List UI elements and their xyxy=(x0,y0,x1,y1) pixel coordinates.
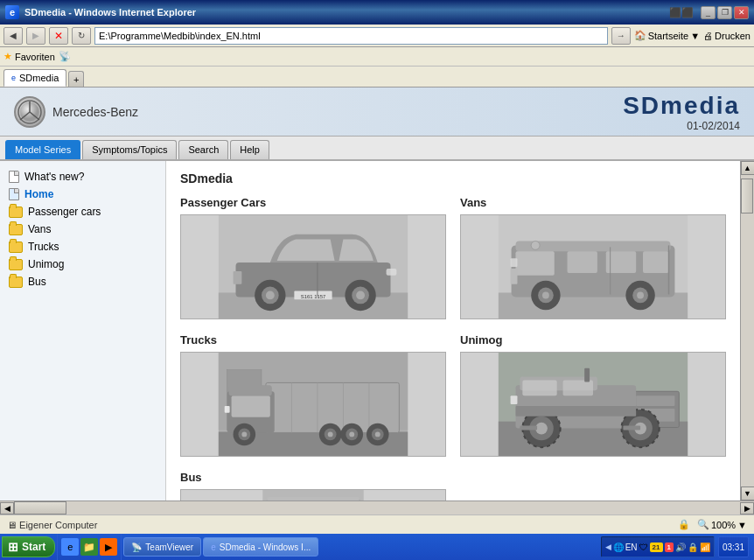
content-area: SDmedia Passenger Cars xyxy=(166,161,740,500)
taskbar-task-teamviewer[interactable]: 📡 TeamViewer xyxy=(123,537,201,556)
status-text: 🖥 Eigener Computer xyxy=(7,520,97,530)
refresh-button[interactable]: ↻ xyxy=(72,27,91,45)
svg-rect-82 xyxy=(516,406,637,416)
svg-rect-26 xyxy=(643,251,669,273)
ie-address-toolbar: ◀ ▶ ✕ ↻ → 🏠 Startseite ▼ 🖨 Drucken xyxy=(0,24,754,47)
minimize-button[interactable]: _ xyxy=(701,6,716,19)
address-input[interactable] xyxy=(94,27,608,45)
security-icon: 🔒 xyxy=(678,519,690,530)
rss-icon: 📡 xyxy=(59,51,71,62)
badge-1: 1 xyxy=(665,542,674,552)
scroll-right-button[interactable]: ▶ xyxy=(740,502,754,514)
vehicle-card-unimog[interactable]: Unimog xyxy=(460,333,726,457)
svg-point-29 xyxy=(542,292,549,299)
h-scroll-track xyxy=(14,501,740,514)
stop-button[interactable]: ✕ xyxy=(49,27,68,45)
close-button[interactable]: ✕ xyxy=(734,6,749,19)
scroll-down-button[interactable]: ▼ xyxy=(741,486,755,500)
window-title: e SDmedia - Windows Internet Explorer xyxy=(5,5,196,19)
svg-rect-14 xyxy=(387,269,397,276)
h-scroll-thumb[interactable] xyxy=(14,501,66,514)
svg-point-35 xyxy=(531,242,540,250)
quick-launch-ie[interactable]: e xyxy=(61,538,79,556)
vehicle-card-vans[interactable]: Vans xyxy=(460,196,726,319)
badge-21: 21 xyxy=(650,542,663,552)
sidebar-item-passenger-cars[interactable]: Passenger cars xyxy=(0,203,165,220)
forward-button[interactable]: ▶ xyxy=(26,27,45,45)
svg-rect-34 xyxy=(511,269,518,284)
taskbar: ⊞ Start e 📁 ▶ 📡 TeamViewer e SDmedia - W… xyxy=(0,534,754,560)
startseite-button[interactable]: 🏠 Startseite ▼ xyxy=(634,30,700,41)
system-tray: ◀ 🌐 EN 🛡 21 1 🔊 🔒 📶 03:31 xyxy=(601,536,752,557)
sidebar-item-trucks[interactable]: Trucks xyxy=(0,238,165,256)
horizontal-scrollbar: ◀ ▶ xyxy=(0,500,754,514)
clock: 03:31 xyxy=(718,536,749,557)
svg-point-52 xyxy=(241,431,247,437)
vehicle-image-bus[interactable] xyxy=(180,489,446,500)
taskbar-task-sdmedia[interactable]: e SDmedia - Windows I... xyxy=(203,537,318,556)
zoom-dropdown-icon: ▼ xyxy=(737,520,747,530)
sidebar-item-unimog[interactable]: Unimog xyxy=(0,256,165,273)
restore-button[interactable]: ❐ xyxy=(717,6,732,19)
svg-text:S161 1157: S161 1157 xyxy=(301,294,326,299)
brand-name: Mercedes-Benz xyxy=(52,105,138,119)
favorites-button[interactable]: ★ Favoriten xyxy=(3,51,55,62)
app-nav-tabs: Model Series Symptoms/Topics Search Help xyxy=(0,136,754,161)
vehicle-image-unimog[interactable] xyxy=(460,352,726,457)
quick-launch-media[interactable]: ▶ xyxy=(100,538,117,556)
vehicle-card-title-vans: Vans xyxy=(460,196,726,209)
zoom-level: 100% xyxy=(711,520,736,530)
tab-model-series[interactable]: Model Series xyxy=(5,140,80,159)
svg-point-10 xyxy=(266,291,275,300)
quick-launch-explorer[interactable]: 📁 xyxy=(80,538,98,556)
windows-logo: ⊞ xyxy=(8,540,18,554)
svg-rect-23 xyxy=(516,251,555,276)
tab-help[interactable]: Help xyxy=(230,140,269,159)
sidebar-item-vans[interactable]: Vans xyxy=(0,220,165,238)
svg-rect-87 xyxy=(268,497,360,500)
page-icon-home xyxy=(9,188,19,200)
app-subtitle: 01-02/2014 xyxy=(623,120,740,132)
show-hidden-tray-button[interactable]: ◀ xyxy=(605,542,611,551)
vehicle-image-passenger-cars[interactable]: S161 1157 xyxy=(180,214,446,319)
svg-rect-33 xyxy=(511,258,518,267)
vehicle-image-trucks[interactable] xyxy=(180,352,446,457)
vehicle-card-passenger-cars[interactable]: Passenger Cars xyxy=(180,196,446,319)
sidebar-item-whats-new[interactable]: What's new? xyxy=(0,168,165,186)
svg-rect-71 xyxy=(563,380,593,396)
zoom-control[interactable]: 🔍 100% ▼ xyxy=(697,519,747,530)
svg-rect-66 xyxy=(636,396,674,406)
tab-symptoms-topics[interactable]: Symptoms/Topics xyxy=(82,140,177,159)
new-tab-button[interactable]: + xyxy=(68,71,84,87)
svg-point-32 xyxy=(637,292,644,299)
start-button[interactable]: ⊞ Start xyxy=(2,536,55,557)
tray-notification-area: ◀ 🌐 EN 🛡 21 1 🔊 🔒 📶 xyxy=(601,536,715,557)
svg-point-74 xyxy=(535,423,548,435)
tab-sdmedia[interactable]: e SDmedia xyxy=(3,69,66,87)
back-button[interactable]: ◀ xyxy=(3,27,23,45)
print-button[interactable]: 🖨 Drucken xyxy=(703,31,751,41)
computer-icon: 🖥 xyxy=(7,520,17,530)
tab-search[interactable]: Search xyxy=(178,140,228,159)
vehicle-card-bus[interactable]: Bus xyxy=(180,471,446,500)
scroll-thumb[interactable] xyxy=(741,178,753,214)
svg-rect-80 xyxy=(511,396,518,404)
svg-point-13 xyxy=(356,291,365,300)
svg-rect-62 xyxy=(225,406,230,413)
scroll-left-button[interactable]: ◀ xyxy=(0,502,14,514)
svg-rect-81 xyxy=(584,368,590,382)
security-tray-icon: 🔒 xyxy=(688,542,698,552)
sidebar-item-home[interactable]: Home xyxy=(0,186,165,203)
scroll-up-button[interactable]: ▲ xyxy=(741,161,755,175)
vehicle-card-trucks[interactable]: Trucks xyxy=(180,333,446,457)
folder-icon-bus xyxy=(9,276,23,288)
vehicle-image-vans[interactable] xyxy=(460,214,726,319)
vertical-scrollbar[interactable]: ▲ ▼ xyxy=(740,161,754,500)
quick-launch: e 📁 ▶ xyxy=(57,534,122,560)
go-button[interactable]: → xyxy=(611,27,631,45)
sidebar-item-bus[interactable]: Bus xyxy=(0,273,165,290)
folder-icon-vans xyxy=(9,224,23,235)
svg-point-58 xyxy=(349,431,354,437)
svg-rect-24 xyxy=(568,251,597,273)
svg-rect-48 xyxy=(232,396,270,417)
